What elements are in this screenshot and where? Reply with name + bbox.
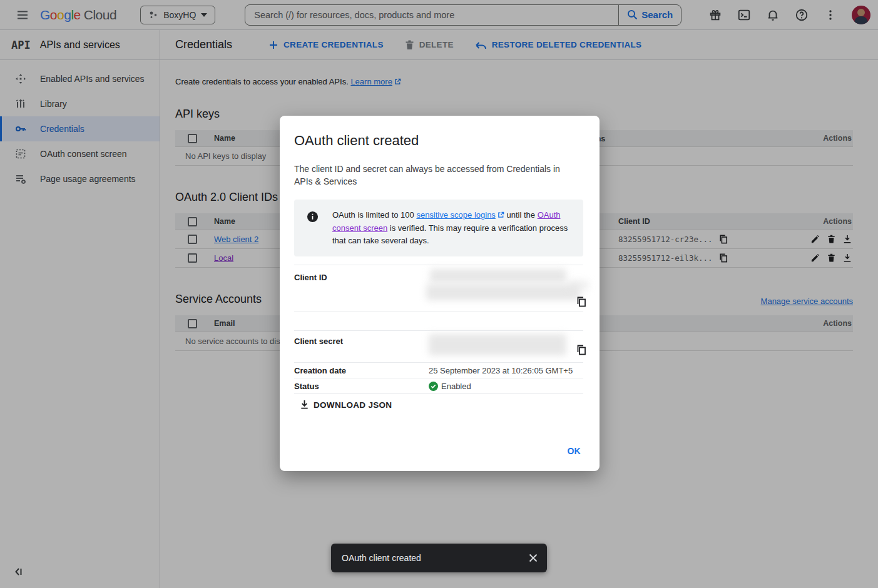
client-id-redacted <box>569 280 589 290</box>
ok-button[interactable]: OK <box>559 441 588 461</box>
download-icon <box>300 400 309 410</box>
sensitive-scope-logins-link[interactable]: sensitive scope logins <box>416 210 495 220</box>
dialog-subtitle: The client ID and secret can always be a… <box>294 163 576 188</box>
client-id-label: Client ID <box>294 265 429 312</box>
copy-icon[interactable] <box>576 297 586 309</box>
download-json-button[interactable]: DOWNLOAD JSON <box>300 400 392 410</box>
client-secret-label: Client secret <box>294 331 429 362</box>
client-id-redacted <box>430 269 566 283</box>
download-json-label: DOWNLOAD JSON <box>314 400 392 410</box>
status-value: Enabled <box>441 382 471 391</box>
check-circle-icon <box>429 382 438 391</box>
copy-icon[interactable] <box>576 345 586 357</box>
external-link-icon <box>498 210 504 222</box>
dialog-title: OAuth client created <box>294 133 583 149</box>
status-label: Status <box>294 382 429 391</box>
close-icon[interactable] <box>528 553 538 563</box>
toast-message: OAuth client created <box>342 553 528 563</box>
notice-text: OAuth is limited to 100 sensitive scope … <box>332 209 572 247</box>
oauth-limit-notice: OAuth is limited to 100 sensitive scope … <box>294 200 583 256</box>
info-icon <box>307 211 319 247</box>
toast-notification: OAuth client created <box>331 544 547 572</box>
client-id-redacted <box>426 284 580 300</box>
creation-date-value: 25 September 2023 at 10:26:05 GMT+5 <box>429 366 583 375</box>
creation-date-label: Creation date <box>294 366 429 375</box>
oauth-client-created-dialog: OAuth client created The client ID and s… <box>280 116 600 471</box>
notice-pre: OAuth is limited to 100 <box>332 210 416 220</box>
client-secret-redacted <box>429 334 566 355</box>
notice-mid: until the <box>504 210 538 220</box>
